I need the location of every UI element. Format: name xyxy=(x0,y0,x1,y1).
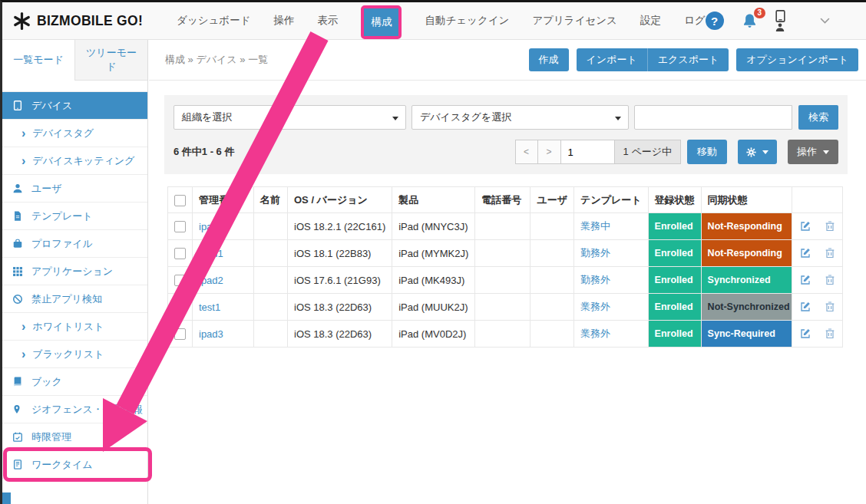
device-table-container: 管理番号 名前 OS / バージョン 製品 電話番号 ユーザ テンプレート 登録… xyxy=(167,186,848,348)
nav-item-auto-checkin[interactable]: 自動チェックイン xyxy=(425,14,509,28)
option-import-button[interactable]: オプションインポート xyxy=(736,48,858,71)
help-icon[interactable]: ? xyxy=(706,12,724,30)
tab-tree-mode[interactable]: ツリーモード xyxy=(75,39,147,81)
nav-item-operation[interactable]: 操作 xyxy=(273,14,294,28)
tab-list-mode[interactable]: 一覧モード xyxy=(2,39,75,81)
cell-phone xyxy=(475,321,531,348)
nav-item-dashboard[interactable]: ダッシュボード xyxy=(177,14,250,28)
edit-icon[interactable] xyxy=(800,301,811,312)
device-id-link[interactable]: ipad2 xyxy=(199,275,223,286)
annotation-highlight-config: 構成 xyxy=(361,5,402,39)
row-checkbox[interactable] xyxy=(174,275,186,286)
edit-icon[interactable] xyxy=(800,328,811,339)
device-id-link[interactable]: test1 xyxy=(199,301,220,313)
sidebar-item-banned-app-detection[interactable]: 禁止アプリ検知 xyxy=(2,285,147,313)
device-table: 管理番号 名前 OS / バージョン 製品 電話番号 ユーザ テンプレート 登録… xyxy=(167,186,843,348)
template-link[interactable]: 業務外 xyxy=(580,328,610,339)
enrollment-status-badge: Enrolled xyxy=(649,321,701,347)
sidebar-item-label: デバイス xyxy=(31,99,72,113)
top-nav-menu: ダッシュボード 操作 表示 構成 自動チェックイン アプリライセンス 設定 ログ xyxy=(177,2,705,39)
row-checkbox[interactable] xyxy=(174,301,186,313)
col-header-actions xyxy=(792,187,842,213)
cell-product: iPad (MK493J) xyxy=(392,267,475,294)
sidebar-item-blacklist[interactable]: › ブラックリスト xyxy=(2,341,147,368)
user-icon xyxy=(12,183,25,194)
trash-icon[interactable] xyxy=(825,275,835,285)
sidebar-item-profiles[interactable]: プロファイル xyxy=(2,230,147,258)
table-row: ipad1 iOS 18.1 (22B83) iPad (MYMK2J) 勤務外… xyxy=(168,240,843,267)
nav-item-display[interactable]: 表示 xyxy=(317,14,338,28)
edit-icon[interactable] xyxy=(800,275,811,285)
device-id-link[interactable]: ipad3 xyxy=(199,328,223,340)
page-number-input[interactable] xyxy=(561,140,615,164)
caret-down-icon xyxy=(823,150,829,154)
template-link[interactable]: 勤務外 xyxy=(580,274,610,285)
bulk-actions-dropdown-button[interactable]: 操作 xyxy=(788,140,838,164)
sidebar-item-worktime[interactable]: ワークタイム xyxy=(2,451,147,479)
device-id-link[interactable]: ipad4 xyxy=(199,221,223,232)
results-summary: 6 件中1 - 6 件 xyxy=(174,145,234,159)
next-page-button[interactable]: > xyxy=(538,140,561,164)
import-button[interactable]: インポート xyxy=(577,48,647,71)
export-button[interactable]: エクスポート xyxy=(647,48,729,71)
nav-item-app-license[interactable]: アプリライセンス xyxy=(532,14,617,28)
sidebar-item-users[interactable]: ユーザ xyxy=(2,175,147,203)
ban-icon xyxy=(12,294,25,305)
table-row: ipad3 iOS 18.3 (22D63) iPad (MV0D2J) 業務外… xyxy=(168,321,843,348)
top-navbar: BIZMOBILE GO! ダッシュボード 操作 表示 構成 自動チェックイン … xyxy=(2,2,866,40)
nav-item-settings[interactable]: 設定 xyxy=(640,14,661,28)
caret-down-icon xyxy=(392,117,398,120)
cell-name xyxy=(253,294,287,321)
select-all-checkbox[interactable] xyxy=(174,195,186,206)
go-to-page-button[interactable]: 移動 xyxy=(687,140,727,164)
device-id-link[interactable]: ipad1 xyxy=(199,248,223,259)
row-checkbox[interactable] xyxy=(174,248,186,259)
col-header-os-version: OS / バージョン xyxy=(288,187,392,213)
nav-item-log[interactable]: ログ xyxy=(684,14,706,28)
topbar-right-controls: ? 3 xyxy=(706,10,866,31)
sync-status-badge: Not-Responding xyxy=(702,213,792,239)
sidebar-item-whitelist[interactable]: › ホワイトリスト xyxy=(2,313,147,341)
page-actions: 作成 インポート エクスポート オプションインポート xyxy=(529,48,859,71)
row-checkbox[interactable] xyxy=(174,328,186,340)
trash-icon[interactable] xyxy=(825,328,835,339)
grid-icon xyxy=(12,266,25,277)
sidebar-item-books[interactable]: ブック xyxy=(2,368,147,396)
row-checkbox[interactable] xyxy=(174,221,186,232)
app-logo[interactable]: BIZMOBILE GO! xyxy=(2,12,143,31)
notifications-button[interactable]: 3 xyxy=(742,13,758,29)
sidebar-item-devices[interactable]: デバイス xyxy=(2,92,147,120)
edit-icon[interactable] xyxy=(800,248,811,259)
template-link[interactable]: 業務外 xyxy=(580,301,610,312)
sidebar-item-time-limit[interactable]: 時限管理 xyxy=(2,423,147,451)
edit-icon[interactable] xyxy=(800,221,811,232)
trash-icon[interactable] xyxy=(825,248,835,259)
template-link[interactable]: 業務中 xyxy=(580,220,610,232)
organization-select[interactable]: 組織を選択 xyxy=(174,105,406,130)
create-button[interactable]: 作成 xyxy=(529,48,569,71)
account-chevron-down-icon[interactable] xyxy=(820,18,830,25)
col-header-template: テンプレート xyxy=(574,187,649,213)
nav-item-config[interactable]: 構成 xyxy=(364,8,398,36)
col-header-sync-status: 同期状態 xyxy=(701,187,792,213)
sidebar-item-templates[interactable]: テンプレート xyxy=(2,203,147,230)
caret-down-icon xyxy=(615,117,621,120)
sidebar-item-device-kitting[interactable]: › デバイスキッティング xyxy=(2,147,147,175)
enrollment-status-badge: Enrolled xyxy=(649,213,701,239)
keyword-search-input[interactable] xyxy=(634,105,792,130)
col-header-enrollment-status: 登録状態 xyxy=(648,187,701,213)
search-button[interactable]: 検索 xyxy=(798,105,838,130)
settings-dropdown-button[interactable] xyxy=(738,140,777,164)
sidebar-item-label: 禁止アプリ検知 xyxy=(31,292,102,306)
template-link[interactable]: 勤務外 xyxy=(580,247,610,259)
trash-icon[interactable] xyxy=(825,301,835,312)
sidebar-item-applications[interactable]: アプリケーション xyxy=(2,258,147,285)
sidebar-item-geofence-location[interactable]: ジオフェンス・位置情報 xyxy=(2,396,147,423)
trash-icon[interactable] xyxy=(825,221,835,232)
device-user-button[interactable] xyxy=(775,10,785,31)
device-tag-select[interactable]: デバイスタグを選択 xyxy=(412,105,629,130)
sidebar-item-device-tags[interactable]: › デバイスタグ xyxy=(2,120,147,147)
mobile-device-icon xyxy=(775,10,785,22)
prev-page-button[interactable]: < xyxy=(515,140,538,164)
worktime-icon xyxy=(12,459,25,470)
